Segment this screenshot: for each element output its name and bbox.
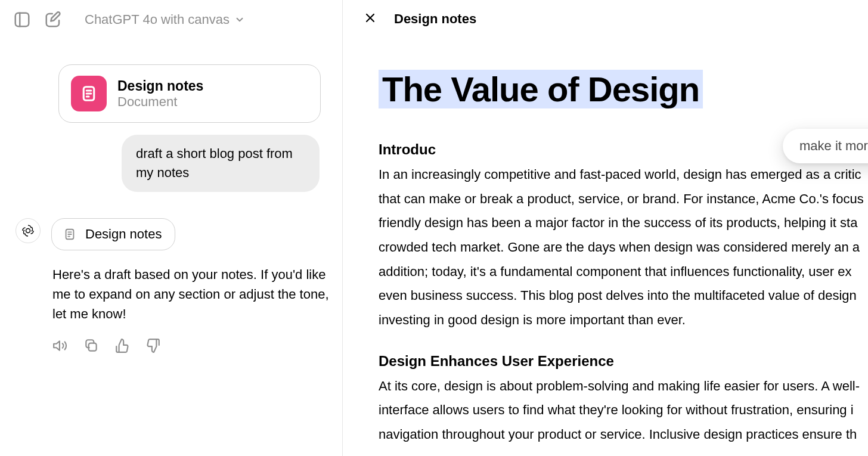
assistant-document-chip[interactable]: Design notes — [51, 218, 175, 250]
new-chat-icon[interactable] — [44, 11, 62, 29]
thumbs-down-icon[interactable] — [145, 338, 161, 356]
model-selector[interactable]: ChatGPT 4o with canvas — [85, 12, 245, 27]
copy-icon[interactable] — [83, 338, 99, 356]
document-heading[interactable]: The Value of Design — [379, 70, 703, 108]
canvas-pane: Design notes The Value of Design Introdu… — [343, 0, 868, 456]
assistant-message: Here's a draft based on your notes. If y… — [52, 265, 329, 324]
inline-edit-text[interactable]: make it more creative — [799, 138, 868, 154]
svg-rect-4 — [89, 343, 97, 350]
canvas-header: Design notes — [363, 11, 868, 27]
document-body[interactable]: The Value of Design Introduc In an incre… — [363, 72, 868, 447]
svg-point-2 — [26, 228, 30, 232]
sidebar-toggle-icon[interactable] — [13, 11, 31, 29]
section2-heading: Design Enhances User Experience — [379, 353, 868, 370]
document-small-icon — [61, 226, 78, 243]
document-icon — [71, 76, 107, 111]
chevron-down-icon — [234, 14, 245, 25]
speaker-icon[interactable] — [52, 338, 68, 356]
close-icon[interactable] — [363, 11, 377, 27]
chat-pane: ChatGPT 4o with canvas Design notes Docu… — [0, 0, 343, 456]
feedback-bar — [52, 338, 329, 356]
assistant-avatar — [16, 218, 41, 243]
svg-rect-0 — [16, 13, 29, 27]
attachment-card[interactable]: Design notes Document — [58, 64, 321, 123]
attachment-title: Design notes — [117, 78, 203, 94]
attachment-subtitle: Document — [117, 94, 203, 110]
chat-header: ChatGPT 4o with canvas — [13, 11, 329, 29]
section2-paragraph: At its core, design is about problem-sol… — [379, 374, 868, 447]
thumbs-up-icon[interactable] — [114, 338, 130, 356]
inline-edit-prompt[interactable]: make it more creative — [783, 129, 868, 163]
intro-paragraph: In an increasingly competitive and fast-… — [379, 163, 868, 333]
canvas-title: Design notes — [394, 11, 476, 27]
model-label: ChatGPT 4o with canvas — [85, 12, 230, 27]
assistant-row: Design notes — [13, 218, 329, 250]
user-message: draft a short blog post from my notes — [122, 135, 320, 192]
assistant-chip-label: Design notes — [85, 227, 162, 242]
